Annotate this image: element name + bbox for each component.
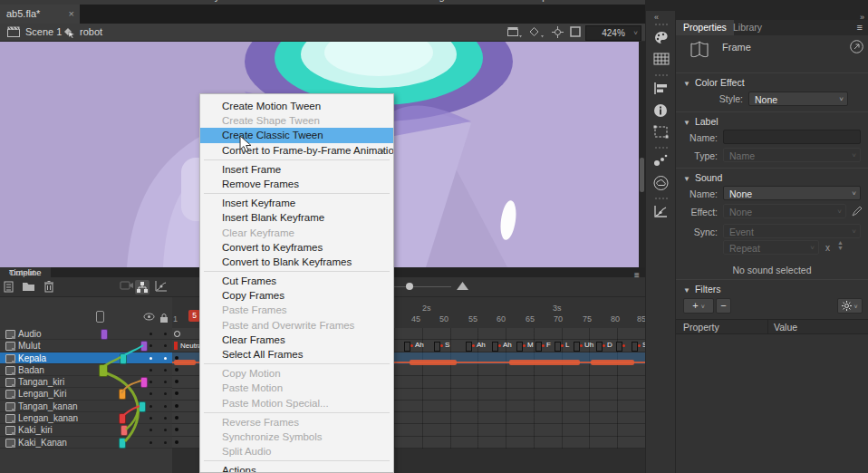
collapse-panels-icon[interactable]: « (654, 13, 659, 22)
menu-item[interactable]: Modify (190, 0, 219, 2)
context-menu-item[interactable]: Create Classic Tween › (200, 128, 393, 142)
context-menu-item[interactable]: Convert to Frame-by-Frame Animation › (200, 143, 393, 158)
clip-content-icon[interactable] (570, 26, 581, 37)
context-menu-item[interactable]: Remove Frames › (200, 177, 393, 191)
section-sound[interactable]: ▼Sound (683, 172, 722, 183)
timeline-layers-panel: Audio Mulut (0, 297, 172, 473)
properties-tab-bar: Properties Library ≡ (676, 20, 868, 35)
menu-item[interactable]: View (97, 0, 119, 2)
context-menu-item[interactable]: Paste Motion Special... › (200, 396, 393, 410)
sound-name-dropdown[interactable]: None ˅ (723, 186, 861, 200)
sound-sync-dropdown: Event ˅ (723, 224, 861, 238)
info-panel-icon[interactable] (653, 103, 668, 118)
context-menu-item[interactable]: Create Motion Tween › (200, 99, 393, 113)
lock-icon[interactable] (159, 313, 169, 323)
add-filter-button[interactable]: + ˅ (683, 298, 714, 314)
context-menu-item[interactable]: Cut Frames › (200, 274, 393, 288)
zoom-in-timeline-icon[interactable] (457, 282, 468, 290)
context-menu-item[interactable]: Insert Blank Keyframe › (200, 210, 393, 225)
document-tab[interactable]: ab5.fla* × (0, 5, 80, 24)
keyframe-dot (603, 344, 605, 347)
swatches-panel-icon[interactable] (653, 53, 670, 65)
context-menu-item-label: Copy Motion (222, 368, 281, 379)
context-menu-item[interactable]: Create Shape Tween › (200, 113, 393, 128)
context-menu-item[interactable]: Copy Frames › (200, 288, 393, 303)
context-menu-item[interactable]: Convert to Keyframes › (200, 240, 393, 255)
menu-item[interactable]: Window (468, 0, 504, 2)
keyframe-dot[interactable] (175, 380, 178, 383)
section-label[interactable]: ▼Label (683, 116, 719, 127)
scrollbar-thumb[interactable] (640, 158, 644, 192)
filters-property-column: Property (683, 320, 719, 334)
close-icon[interactable]: × (69, 5, 74, 24)
menu-item[interactable]: Edit (56, 0, 73, 2)
dock-grip (655, 74, 668, 76)
delete-layer-icon[interactable] (43, 280, 54, 293)
context-menu-item[interactable]: Reverse Frames › (200, 415, 393, 430)
context-menu-item[interactable]: Paste and Overwrite Frames › (200, 318, 393, 333)
keyframe-dot[interactable] (175, 404, 178, 408)
remove-filter-button[interactable]: − (716, 298, 731, 314)
creative-cloud-panel-icon[interactable] (653, 176, 669, 190)
context-menu-item[interactable]: Synchronize Symbols › (200, 430, 393, 444)
context-menu-item[interactable]: Clear Frames › (200, 333, 393, 347)
context-menu-item[interactable]: Insert Frame › (200, 162, 393, 177)
ruler-frame-number: 75 (583, 314, 592, 323)
panel-menu-icon[interactable]: ≡ (857, 22, 863, 33)
expand-panels-icon[interactable]: » (860, 13, 864, 22)
stage-scrollbar[interactable] (639, 42, 645, 267)
timeline-zoom-slider[interactable] (406, 283, 413, 290)
keyframe-dot[interactable] (175, 416, 178, 420)
timeline-zoom-track[interactable] (386, 286, 451, 287)
keyframe-dot[interactable] (175, 368, 178, 372)
context-menu-item[interactable]: Actions › (200, 463, 393, 473)
new-folder-icon[interactable] (22, 280, 35, 292)
keyframe-dot[interactable] (175, 440, 178, 444)
panel-tab[interactable]: Output (0, 267, 44, 277)
tab-library[interactable]: Library (726, 20, 769, 35)
context-menu-item[interactable]: Paste Frames › (200, 303, 393, 317)
context-menu-item[interactable]: Clear Keyframe › (200, 226, 393, 240)
new-layer-icon[interactable] (4, 280, 15, 293)
keyframe-hollow[interactable] (174, 331, 180, 337)
breadcrumb-symbol[interactable]: robot (80, 26, 102, 37)
zoom-level-dropdown[interactable]: 424% ˅ (585, 25, 641, 41)
show-parenting-view-icon[interactable] (135, 280, 149, 294)
section-color-effect[interactable]: ▼Color Effect (683, 77, 745, 88)
context-menu-item[interactable]: Select All Frames › (200, 347, 393, 362)
camera-icon[interactable] (120, 280, 134, 291)
context-menu-item[interactable]: Paste Motion › (200, 381, 393, 395)
breadcrumb-scene[interactable]: Scene 1 (25, 26, 62, 37)
graph-editor-icon[interactable] (154, 280, 168, 293)
label-name-input[interactable] (723, 130, 861, 144)
edit-scene-icon[interactable] (507, 26, 522, 38)
brush-library-panel-icon[interactable] (653, 154, 668, 167)
menu-item[interactable]: Debug (415, 0, 444, 2)
style-dropdown[interactable]: None ˅ (748, 92, 848, 106)
history-panel-icon[interactable] (653, 205, 668, 218)
menu-item[interactable]: Text (243, 0, 261, 2)
context-menu-item[interactable]: Copy Motion › (200, 366, 393, 381)
menu-item[interactable]: Help (527, 0, 548, 2)
section-filters[interactable]: ▼Filters (683, 284, 721, 294)
edit-sound-envelope-icon[interactable] (852, 206, 863, 217)
context-menu-item[interactable]: Insert Keyframe › (200, 196, 393, 210)
menu-item[interactable]: Control (360, 0, 391, 2)
filter-options-button[interactable]: ˅ (837, 298, 863, 314)
keyframe-dot[interactable] (175, 391, 178, 395)
transform-panel-icon[interactable] (653, 125, 669, 139)
menu-item[interactable]: File (16, 0, 33, 2)
context-menu-item[interactable]: Convert to Blank Keyframes › (200, 255, 393, 269)
context-menu-item[interactable]: Split Audio › (200, 444, 393, 459)
eye-icon[interactable] (143, 313, 155, 321)
keyframe-dot[interactable] (175, 428, 178, 431)
edit-symbols-icon[interactable] (529, 26, 544, 38)
help-link-icon[interactable] (850, 40, 863, 53)
menu-item[interactable]: Commands (285, 0, 335, 2)
timeline-panel-menu-icon[interactable]: ≡ (634, 270, 640, 280)
center-frame-icon[interactable] (552, 26, 564, 38)
align-panel-icon[interactable] (653, 82, 669, 95)
color-panel-icon[interactable] (653, 31, 670, 45)
menu-item[interactable]: Insert (141, 0, 167, 2)
keyframe-dot[interactable] (175, 356, 178, 360)
